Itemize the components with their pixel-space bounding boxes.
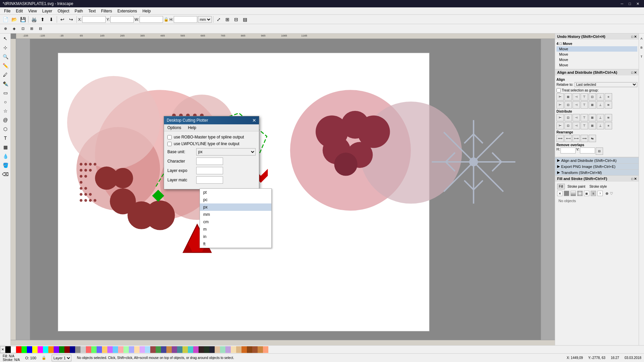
palette-turq[interactable] xyxy=(188,346,193,353)
gradient-tool[interactable]: ▦ xyxy=(1,143,10,152)
spiral-tool[interactable]: @ xyxy=(1,116,10,124)
treat-group-checkbox[interactable] xyxy=(556,88,561,93)
palette-yellow[interactable] xyxy=(32,346,38,353)
align-btn-2-3[interactable]: ⊣ xyxy=(573,101,580,109)
star-tool[interactable]: ☆ xyxy=(1,107,10,115)
dropdown-mm[interactable]: mm xyxy=(200,211,271,218)
palette-seafoam[interactable] xyxy=(220,346,225,353)
menu-object[interactable]: Object xyxy=(55,8,72,14)
menu-file[interactable]: File xyxy=(1,8,13,14)
close-btn[interactable]: ✕ xyxy=(634,2,641,6)
dist-btn-14[interactable]: ≡ xyxy=(605,122,612,129)
palette-black[interactable] xyxy=(5,346,11,353)
palette-wheat[interactable] xyxy=(215,346,220,353)
dist-btn-9[interactable]: ⊡ xyxy=(565,122,572,129)
export-collapse-header[interactable]: ▶ Export PNG Image (Shift+Ctrl+E) xyxy=(555,164,639,169)
align-bottom-edge[interactable]: ⊥ xyxy=(597,93,604,101)
palette-dkgreen[interactable] xyxy=(59,346,64,353)
pen-tool[interactable]: 🖊 xyxy=(1,70,10,79)
swatch-btn[interactable]: S xyxy=(591,191,596,196)
layer-export-input[interactable] xyxy=(196,167,223,174)
text-tool[interactable]: T xyxy=(1,134,10,142)
palette-forest[interactable] xyxy=(156,346,161,353)
no-color-swatch[interactable]: ✕ xyxy=(0,346,5,353)
dropdown-cm[interactable]: cm xyxy=(200,218,271,226)
palette-gray[interactable] xyxy=(75,346,80,353)
rearrange-btn-5[interactable]: ⇆ xyxy=(589,135,596,142)
zoom-tool[interactable]: 🔍 xyxy=(1,52,10,61)
v-overlap-input[interactable] xyxy=(580,147,595,154)
dialog-menu-options[interactable]: Options xyxy=(164,124,184,131)
thin-btn-1[interactable]: A xyxy=(639,34,644,43)
minimize-btn[interactable]: ─ xyxy=(619,2,626,6)
align-btn-2-6[interactable]: ⊥ xyxy=(597,101,604,109)
select-tool[interactable]: ↖ xyxy=(1,34,10,43)
align-left-edge[interactable]: ⊢ xyxy=(556,93,564,101)
snap-btn4[interactable]: ⊞ xyxy=(28,25,36,33)
dist-btn-6[interactable]: ⊥ xyxy=(597,114,604,121)
undo-btn[interactable]: ↩ xyxy=(58,15,66,23)
palette-chocolate[interactable] xyxy=(241,346,247,353)
palette-red[interactable] xyxy=(16,346,21,353)
palette-saddlebrown[interactable] xyxy=(247,346,252,353)
palette-periwinkle[interactable] xyxy=(129,346,134,353)
palette-sienna[interactable] xyxy=(252,346,258,353)
robo-master-checkbox[interactable] xyxy=(167,135,172,139)
dist-btn-3[interactable]: ⊣ xyxy=(573,114,580,121)
node-tool[interactable]: ⊹ xyxy=(1,43,10,52)
h-overlap-input[interactable] xyxy=(560,147,576,154)
menu-edit[interactable]: Edit xyxy=(13,8,25,14)
dist-btn-11[interactable]: ⊤ xyxy=(581,122,588,129)
palette-ltblue[interactable] xyxy=(97,346,102,353)
transform-btn[interactable]: ⤢ xyxy=(215,15,223,23)
palette-mauve[interactable] xyxy=(172,346,177,353)
palette-blue[interactable] xyxy=(27,346,32,353)
base-unit-select[interactable]: px pt pc mm cm m in ft xyxy=(196,148,256,156)
palette-skyblue[interactable] xyxy=(113,346,118,353)
undo-close-btn[interactable]: ✕ xyxy=(634,35,637,39)
palette-burlywood[interactable] xyxy=(236,346,241,353)
unset-btn[interactable]: ? xyxy=(597,191,603,196)
x-input[interactable]: 1193,95 xyxy=(82,16,106,23)
align-center-v[interactable]: ⊡ xyxy=(589,93,596,101)
unit-dropdown-list[interactable]: pt pc px mm cm m in ft xyxy=(200,188,272,248)
polygon-tool[interactable]: ⬡ xyxy=(1,125,10,133)
linear-grad-btn[interactable] xyxy=(571,191,576,196)
palette-mint[interactable] xyxy=(123,346,129,353)
palette-brick[interactable] xyxy=(150,346,156,353)
dist-btn-5[interactable]: ⊠ xyxy=(589,114,596,121)
align-close-btn[interactable]: ✕ xyxy=(634,71,637,74)
palette-tan[interactable] xyxy=(166,346,172,353)
palette-magenta[interactable] xyxy=(38,346,43,353)
palette-salmon[interactable] xyxy=(263,346,268,353)
palette-pink[interactable] xyxy=(118,346,123,353)
pencil-tool[interactable]: ✏️ xyxy=(1,61,10,70)
dropdown-pt[interactable]: pt xyxy=(200,189,271,196)
rearrange-btn-4[interactable]: ⟹ xyxy=(581,135,588,142)
fill-extra-2[interactable]: ♡ xyxy=(610,191,613,196)
unit-select[interactable]: mm px cm in xyxy=(198,16,212,23)
palette-fuschia[interactable] xyxy=(193,346,199,353)
menu-extensions[interactable]: Extensions xyxy=(115,8,140,14)
undo-item-0[interactable]: Move xyxy=(556,46,637,52)
dist-btn-2[interactable]: ⊡ xyxy=(565,114,572,121)
thin-btn-2[interactable]: B xyxy=(639,43,644,52)
h-input[interactable]: 276,481 xyxy=(174,16,197,23)
stroke-paint-tab[interactable]: Stroke paint xyxy=(566,184,587,189)
snap-btn2[interactable]: ◈ xyxy=(10,25,18,33)
fill-tab[interactable]: Fill xyxy=(557,184,565,189)
align-btn-2-2[interactable]: ⊡ xyxy=(565,101,572,109)
palette-purple[interactable] xyxy=(54,346,59,353)
palette-midnight[interactable] xyxy=(209,346,215,353)
dist-btn-1[interactable]: ⊢ xyxy=(556,114,564,121)
palette-gold[interactable] xyxy=(102,346,107,353)
palette-peru[interactable] xyxy=(258,346,263,353)
maximize-btn[interactable]: □ xyxy=(627,2,633,6)
no-paint-btn[interactable]: ✕ xyxy=(557,191,562,196)
palette-wisteria[interactable] xyxy=(225,346,231,353)
y-input[interactable]: 286,395 xyxy=(110,16,134,23)
snap-btn5[interactable]: ⊟ xyxy=(36,25,44,33)
align-text-baseline[interactable]: ≡ xyxy=(605,93,612,101)
palette-peach[interactable] xyxy=(134,346,140,353)
snap-btn1[interactable]: ⊕ xyxy=(1,25,9,33)
